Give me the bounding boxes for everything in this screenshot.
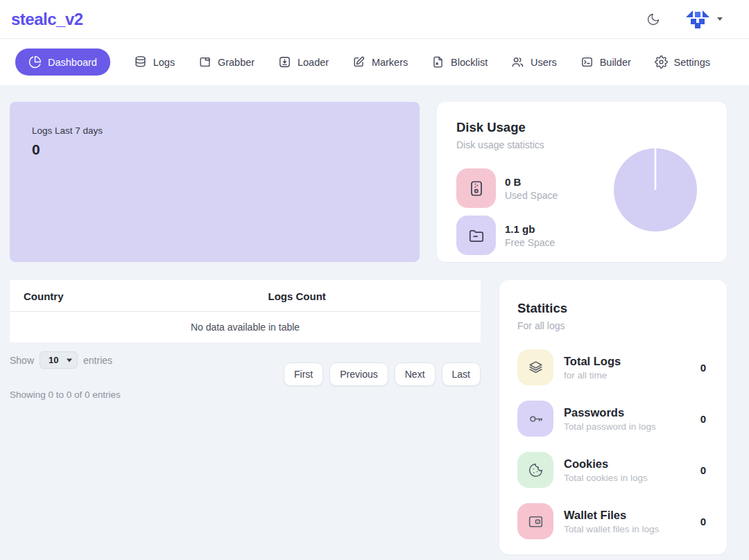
previous-page-button[interactable]: Previous <box>329 362 388 386</box>
tab-label: Users <box>531 57 557 68</box>
tab-markers[interactable]: Markers <box>352 55 408 69</box>
empty-table-message: No data available in table <box>10 312 481 343</box>
cookie-icon <box>517 452 553 488</box>
top-header: stealc_v2 <box>0 0 749 39</box>
user-menu[interactable] <box>684 8 723 30</box>
page-size-select[interactable]: 10 <box>40 351 78 369</box>
logs-card-label: Logs Last 7 days <box>32 125 397 136</box>
key-icon <box>517 401 553 437</box>
theme-toggle-button[interactable] <box>646 12 660 26</box>
terminal-icon <box>580 55 594 69</box>
tab-loader[interactable]: Loader <box>278 55 329 69</box>
brand-footer: zscaler ™ ThreatLabz <box>10 554 727 560</box>
logs-last-7-days-card: Logs Last 7 days 0 <box>10 102 420 262</box>
users-icon <box>511 55 524 69</box>
used-space-value: 0 B <box>505 176 558 188</box>
used-space-label: Used Space <box>505 190 558 201</box>
main-nav: Dashboard Logs Grabber Loader Markers Bl… <box>0 39 749 85</box>
stat-title: Cookies <box>564 457 648 471</box>
wallet-files-stat: Wallet Files Total wallet files in logs … <box>517 503 709 539</box>
disk-usage-card: Disk Usage Disk usage statistics 0 B Use… <box>437 102 727 262</box>
last-page-button[interactable]: Last <box>442 362 481 386</box>
pixel-avatar-icon <box>684 8 712 30</box>
tab-blocklist[interactable]: Blocklist <box>431 55 488 69</box>
disk-usage-pie-chart <box>613 148 698 232</box>
stat-subtitle: Total cookies in logs <box>564 473 648 483</box>
layers-icon <box>517 349 553 385</box>
download-icon <box>278 55 291 69</box>
stat-title: Total Logs <box>564 355 621 368</box>
tab-label: Dashboard <box>48 57 97 68</box>
chevron-down-icon <box>717 17 723 21</box>
stat-value: 0 <box>700 516 709 527</box>
gear-icon <box>655 55 668 69</box>
folder-icon <box>198 55 212 69</box>
tab-grabber[interactable]: Grabber <box>198 55 255 69</box>
stat-title: Wallet Files <box>564 509 659 522</box>
country-logs-table: Country Logs Count No data available in … <box>10 280 481 342</box>
tab-label: Grabber <box>218 57 255 68</box>
entries-label: entries <box>83 355 112 366</box>
stat-title: Passwords <box>564 406 656 419</box>
free-space-label: Free Space <box>505 237 555 248</box>
statistics-subtitle: For all logs <box>517 320 709 331</box>
database-icon <box>134 55 147 69</box>
stat-subtitle: Total wallet files in logs <box>564 524 659 534</box>
statistics-title: Statitics <box>517 301 709 316</box>
app-logo[interactable]: stealc_v2 <box>11 10 83 29</box>
pagination: First Previous Next Last <box>284 362 481 386</box>
zip-file-icon <box>456 168 496 208</box>
folder-icon <box>456 216 496 255</box>
moon-icon <box>646 12 660 26</box>
logs-card-value: 0 <box>32 141 397 158</box>
column-header-logs-count[interactable]: Logs Count <box>113 280 481 312</box>
tab-label: Settings <box>674 57 710 68</box>
tab-label: Loader <box>298 57 329 68</box>
first-page-button[interactable]: First <box>284 362 323 386</box>
disk-usage-title: Disk Usage <box>456 120 707 135</box>
tab-label: Blocklist <box>451 57 488 68</box>
tab-label: Logs <box>153 57 175 68</box>
main-content: Logs Last 7 days 0 Disk Usage Disk usage… <box>0 85 749 560</box>
stat-subtitle: for all time <box>564 370 621 380</box>
pie-chart-icon <box>28 55 42 69</box>
table-row: No data available in table <box>10 312 481 343</box>
tab-label: Markers <box>372 57 408 68</box>
tab-label: Builder <box>600 57 631 68</box>
column-header-country[interactable]: Country <box>10 280 113 312</box>
total-logs-stat: Total Logs for all time 0 <box>517 349 709 385</box>
stat-value: 0 <box>700 362 709 374</box>
passwords-stat: Passwords Total password in logs 0 <box>517 401 709 437</box>
stat-subtitle: Total password in logs <box>564 421 656 432</box>
show-label: Show <box>10 355 34 366</box>
file-x-icon <box>431 55 445 69</box>
cookies-stat: Cookies Total cookies in logs 0 <box>517 452 709 488</box>
stat-value: 0 <box>700 464 709 476</box>
pen-icon <box>352 55 365 69</box>
tab-dashboard[interactable]: Dashboard <box>15 49 110 76</box>
tab-builder[interactable]: Builder <box>580 55 631 69</box>
tab-settings[interactable]: Settings <box>655 55 710 69</box>
wallet-icon <box>517 503 553 539</box>
stat-value: 0 <box>700 413 709 425</box>
statistics-card: Statitics For all logs Total Logs for al… <box>499 280 727 554</box>
free-space-value: 1.1 gb <box>505 223 555 235</box>
tab-logs[interactable]: Logs <box>134 55 175 69</box>
table-summary: Showing 0 to 0 of 0 entries <box>10 390 481 400</box>
tab-users[interactable]: Users <box>511 55 557 69</box>
next-page-button[interactable]: Next <box>395 362 436 386</box>
